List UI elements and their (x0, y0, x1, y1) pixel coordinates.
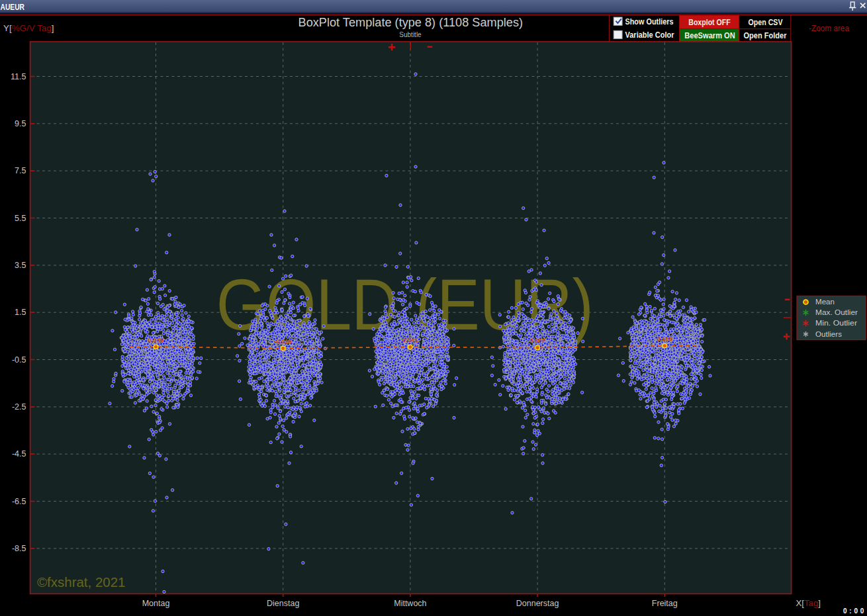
svg-text:5.5: 5.5 (15, 214, 26, 223)
svg-text:Y[%G/V Tag]: Y[%G/V Tag] (3, 23, 54, 33)
svg-text:-0.5: -0.5 (12, 355, 26, 365)
svg-text:1.5: 1.5 (15, 308, 26, 317)
svg-text:Donnerstag: Donnerstag (516, 599, 559, 608)
svg-text:Outliers: Outliers (815, 331, 842, 338)
svg-text:3.5: 3.5 (15, 261, 26, 270)
svg-text:0.007: 0.007 (529, 337, 545, 344)
svg-text:BoxPlot Template (type 8) (110: BoxPlot Template (type 8) (1108 Samples) (298, 16, 524, 29)
svg-text:0:00: 0:00 (843, 607, 866, 615)
svg-text:Montag: Montag (142, 599, 170, 608)
svg-text:Min. Outlier: Min. Outlier (815, 320, 858, 327)
svg-text:Show Outliers: Show Outliers (625, 17, 674, 26)
svg-text:©fxshrat, 2021: ©fxshrat, 2021 (37, 574, 126, 590)
svg-text:Open Folder: Open Folder (744, 31, 787, 40)
svg-text:0.041: 0.041 (402, 336, 418, 343)
svg-text:-4.5: -4.5 (12, 449, 26, 459)
svg-text:Freitag: Freitag (652, 599, 678, 608)
svg-text:-2.5: -2.5 (12, 402, 26, 412)
svg-text:9.5: 9.5 (15, 119, 26, 128)
svg-text:-6.5: -6.5 (12, 497, 26, 506)
svg-text:Open CSV: Open CSV (749, 18, 784, 27)
svg-text:Mittwoch: Mittwoch (394, 599, 426, 608)
svg-text:Dienstag: Dienstag (267, 599, 299, 608)
svg-text:Subtitle: Subtitle (399, 31, 422, 38)
svg-text:Variable Color: Variable Color (625, 30, 674, 40)
svg-text:AUEUR: AUEUR (1, 3, 25, 12)
svg-text:-0.019: -0.019 (274, 337, 292, 345)
svg-text:11.5: 11.5 (11, 72, 26, 81)
svg-text:Mean: Mean (815, 298, 835, 306)
svg-text:0.108: 0.108 (657, 335, 672, 342)
svg-text:-Zoom area: -Zoom area (809, 24, 849, 33)
svg-text:BeeSwarm ON: BeeSwarm ON (684, 31, 735, 40)
svg-text:Boxplot OFF: Boxplot OFF (688, 18, 731, 27)
svg-text:0.049: 0.049 (148, 336, 164, 343)
svg-text:-8.5: -8.5 (12, 544, 26, 553)
svg-text:X[Tag]: X[Tag] (796, 599, 821, 608)
svg-text:Max. Outlier: Max. Outlier (815, 309, 858, 316)
svg-text:7.5: 7.5 (15, 166, 26, 175)
